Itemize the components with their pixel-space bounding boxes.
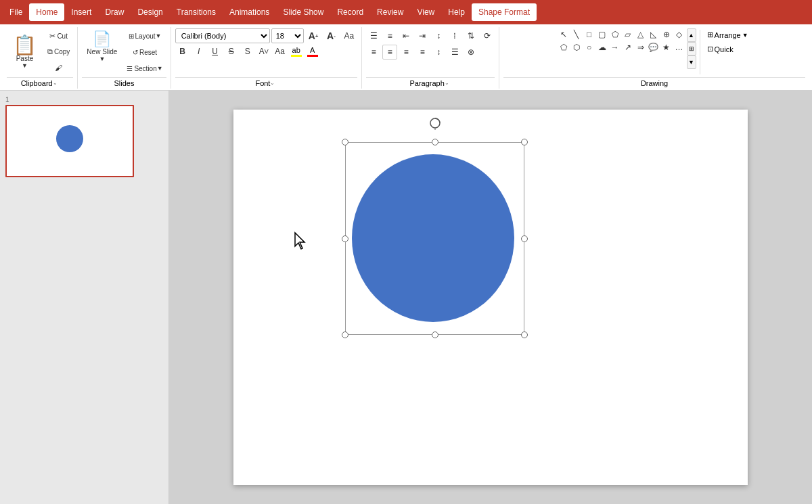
numbering-button[interactable]: ≡ — [382, 28, 397, 43]
cut-button[interactable]: ✂ Cut — [44, 29, 73, 44]
shape-triangle-btn[interactable]: △ — [635, 28, 647, 41]
canvas-area[interactable] — [169, 91, 812, 504]
menu-insert[interactable]: Insert — [64, 3, 98, 21]
handle-mid-left[interactable] — [342, 235, 348, 242]
handle-top-mid[interactable] — [432, 139, 438, 145]
align-left-button[interactable]: ≡ — [366, 45, 381, 60]
menu-view[interactable]: View — [410, 3, 441, 21]
shapes-scroll-mid[interactable]: ⊞ — [687, 42, 696, 55]
font-size-select[interactable]: 18 — [271, 28, 304, 43]
shape-block-arrow-btn[interactable]: ⇒ — [635, 41, 647, 53]
align-right-button[interactable]: ≡ — [399, 45, 413, 60]
menu-design[interactable]: Design — [131, 3, 169, 21]
circle-shape[interactable] — [352, 154, 514, 322]
shape-curved-btn[interactable]: ↗ — [622, 41, 634, 53]
justify-button[interactable]: ≡ — [415, 45, 430, 60]
menu-review[interactable]: Review — [370, 3, 410, 21]
text-highlight-button[interactable]: ab — [289, 44, 304, 59]
shape-cloud-btn[interactable]: ☁ — [596, 41, 608, 53]
menu-shape-format[interactable]: Shape Format — [472, 3, 537, 21]
copy-button[interactable]: ⧉ Copy — [44, 45, 73, 60]
handle-mid-right[interactable] — [521, 235, 528, 242]
menu-help[interactable]: Help — [441, 3, 472, 21]
font-increase-button[interactable]: A+ — [305, 28, 322, 43]
shadow-button[interactable]: S — [240, 44, 255, 59]
change-case-button[interactable]: Aa — [273, 44, 288, 59]
clipboard-label-row: Clipboard ⌄ — [7, 77, 73, 87]
font-name-select[interactable]: Calibri (Body) — [175, 28, 270, 43]
shape-container[interactable] — [345, 142, 524, 335]
shape-more-btn[interactable]: … — [673, 41, 685, 53]
handle-top-right[interactable] — [521, 139, 528, 145]
shape-roundrect-btn[interactable]: ▢ — [596, 28, 608, 41]
line-spacing-button[interactable]: ↕ — [431, 28, 446, 43]
menu-file[interactable]: File — [3, 3, 29, 21]
decrease-indent-button[interactable]: ⇤ — [399, 28, 413, 43]
strikethrough-button[interactable]: S — [224, 44, 239, 59]
menu-record[interactable]: Record — [330, 3, 370, 21]
clipboard-expand-icon[interactable]: ⌄ — [53, 80, 60, 87]
handle-top-left[interactable] — [342, 139, 348, 145]
italic-button[interactable]: I — [191, 44, 206, 59]
shape-rtriangle-btn[interactable]: ◺ — [648, 28, 660, 41]
new-slide-button[interactable]: 📄 New Slide ▼ — [82, 28, 122, 66]
columns-button[interactable]: ⁞ — [447, 28, 462, 43]
shape-star-btn[interactable]: ★ — [660, 41, 673, 53]
rotate-handle[interactable] — [428, 116, 442, 133]
arrange-button[interactable]: ⊞ Arrange ▼ — [704, 28, 752, 41]
shape-circle-btn[interactable]: ○ — [583, 41, 595, 53]
shape-rect-btn[interactable]: □ — [583, 28, 595, 41]
text-direction2-button[interactable]: ↕ — [431, 45, 446, 60]
shape-pentagon-btn[interactable]: ⬠ — [558, 41, 570, 53]
ribbon-content: 📋 Paste ▼ ✂ Cut ⧉ Copy 🖌 — [0, 26, 812, 90]
bold-button[interactable]: B — [175, 44, 190, 59]
paragraph-group-content: ☰ ≡ ⇤ ⇥ ↕ ⁞ ⇅ ⟳ ≡ ≡ ≡ ≡ ↕ ☰ ⊗ — [366, 28, 495, 76]
layout-button[interactable]: ⊞ Layout ▼ — [123, 28, 166, 43]
text-direction-button[interactable]: ⇅ — [464, 28, 478, 43]
bullets-button[interactable]: ☰ — [366, 28, 381, 43]
font-expand-icon[interactable]: ⌄ — [270, 80, 277, 87]
slides-secondary-btns: ⊞ Layout ▼ ↺ Reset ☰ Section ▼ — [123, 28, 166, 76]
font-color-button[interactable]: A — [305, 44, 320, 59]
vertical-align-button[interactable]: ☰ — [447, 45, 462, 60]
underline-button[interactable]: U — [208, 44, 223, 59]
shapes-scroll-up[interactable]: ▲ — [687, 28, 696, 42]
shape-select-btn[interactable]: ↖ — [558, 28, 570, 41]
convert-smartart-button[interactable]: ⟳ — [480, 28, 495, 43]
menu-slideshow[interactable]: Slide Show — [276, 3, 330, 21]
reset-icon: ↺ — [133, 49, 138, 56]
paste-dropdown: ▼ — [22, 62, 28, 69]
paste-button[interactable]: 📋 Paste ▼ — [7, 28, 43, 76]
slide-thumbnail-1[interactable]: 1 — [5, 96, 163, 177]
handle-bottom-left[interactable] — [342, 331, 348, 338]
shape-snip-btn[interactable]: ⬠ — [609, 28, 621, 41]
font-decrease-button[interactable]: A- — [323, 28, 339, 43]
shape-hex-btn[interactable]: ⬡ — [570, 41, 583, 53]
smartart-button[interactable]: ⊗ — [464, 45, 478, 60]
quick-styles-button[interactable]: ⊡ Quick — [704, 43, 752, 55]
shape-arrow-btn[interactable]: → — [609, 41, 621, 53]
slides-panel[interactable]: 1 — [0, 91, 169, 504]
shape-diamond-btn[interactable]: ◇ — [673, 28, 685, 41]
clipboard-group-content: 📋 Paste ▼ ✂ Cut ⧉ Copy 🖌 — [7, 28, 73, 76]
menu-draw[interactable]: Draw — [98, 3, 131, 21]
shape-callout-btn[interactable]: 💬 — [648, 41, 660, 53]
char-spacing-button[interactable]: AV — [256, 44, 271, 59]
shape-line-btn[interactable]: ╲ — [570, 28, 583, 41]
shape-parallelogram-btn[interactable]: ▱ — [622, 28, 634, 41]
align-center-button[interactable]: ≡ — [382, 45, 397, 60]
reset-button[interactable]: ↺ Reset — [123, 45, 166, 60]
clear-format-button[interactable]: Aa — [340, 28, 357, 43]
paragraph-expand-icon[interactable]: ⌄ — [445, 80, 451, 87]
handle-bottom-mid[interactable] — [432, 331, 438, 338]
menu-animations[interactable]: Animations — [223, 3, 276, 21]
format-painter-button[interactable]: 🖌 — [44, 60, 73, 75]
increase-indent-button[interactable]: ⇥ — [415, 28, 430, 43]
shapes-scroll-down[interactable]: ▼ — [687, 55, 696, 69]
shape-plus-btn[interactable]: ⊕ — [660, 28, 673, 41]
slide-number-1: 1 — [5, 96, 163, 104]
section-button[interactable]: ☰ Section ▼ — [123, 61, 166, 76]
handle-bottom-right[interactable] — [521, 331, 528, 338]
menu-home[interactable]: Home — [29, 3, 64, 21]
menu-transitions[interactable]: Transitions — [170, 3, 223, 21]
